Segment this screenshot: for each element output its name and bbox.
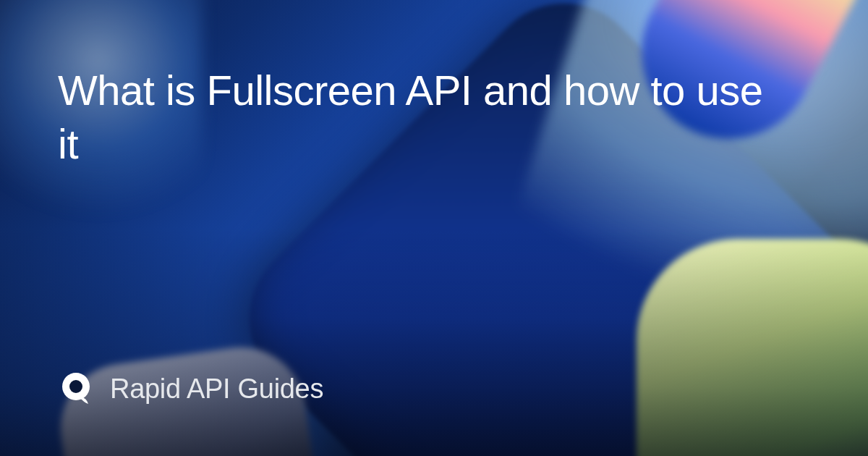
page-title: What is Fullscreen API and how to use it [58, 64, 767, 171]
brand-footer: Rapid API Guides [58, 371, 810, 407]
brand-label: Rapid API Guides [110, 373, 323, 405]
svg-point-1 [69, 380, 82, 393]
content-container: What is Fullscreen API and how to use it… [0, 0, 868, 456]
rapid-logo-icon [58, 371, 94, 407]
